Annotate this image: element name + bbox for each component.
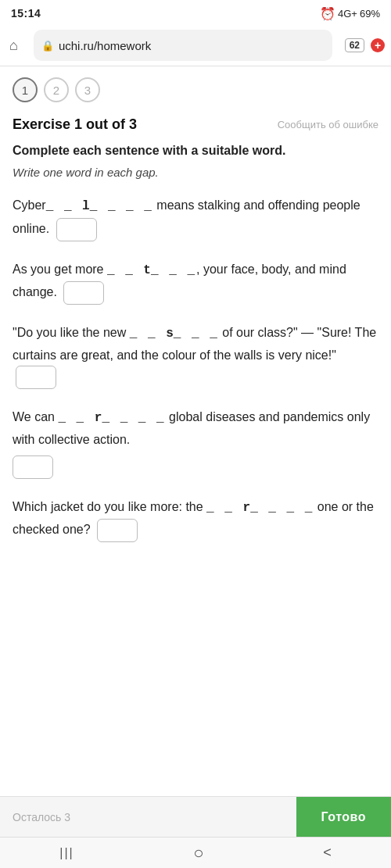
main-content: 1 2 3 Exercise 1 out of 3 Сообщить об ош…	[0, 66, 391, 653]
home-button[interactable]: ○	[178, 840, 219, 866]
exercise-header: Exercise 1 out of 3 Сообщить об ошибке	[13, 116, 378, 133]
sentence-1-blank2: _ _ _ _	[90, 199, 153, 213]
sentence-1-letter: l	[82, 199, 90, 213]
submit-button[interactable]: Готово	[296, 797, 391, 837]
instruction-bold: Complete each sentence with a suitable w…	[13, 142, 378, 159]
step-1[interactable]: 1	[13, 77, 38, 102]
home-icon[interactable]: ⌂	[6, 38, 21, 54]
answer-input-2[interactable]	[63, 281, 104, 305]
nav-bar: ||| ○ <	[0, 837, 391, 868]
back-button[interactable]: |||	[44, 843, 89, 863]
step-3[interactable]: 3	[75, 77, 100, 102]
answer-input-1[interactable]	[56, 218, 97, 241]
tab-count-badge[interactable]: 62	[345, 38, 364, 52]
instruction-italic: Write one word in each gap.	[13, 166, 378, 179]
battery-icon: 69%	[360, 8, 380, 20]
signal-strength: 4G+	[338, 8, 357, 20]
sentence-4: We can _ _ r_ _ _ _ global diseases and …	[13, 406, 378, 478]
status-icons: ⏰ 4G+ 69%	[320, 6, 380, 21]
step-indicators: 1 2 3	[13, 77, 378, 102]
address-bar[interactable]: 🔒 uchi.ru/homework	[34, 30, 332, 61]
status-bar: 15:14 ⏰ 4G+ 69%	[0, 0, 391, 25]
answer-input-4[interactable]	[13, 455, 53, 479]
bottom-bar: Осталось 3 Готово	[0, 796, 391, 837]
sentence-3: "Do you like the new _ _ s_ _ _ of our c…	[13, 322, 378, 389]
report-error-link[interactable]: Сообщить об ошибке	[278, 119, 378, 130]
forward-button[interactable]: <	[307, 841, 347, 864]
sentence-5: Which jacket do you like more: the _ _ r…	[13, 496, 378, 542]
answer-input-3[interactable]	[16, 366, 56, 389]
add-tab-button[interactable]	[371, 38, 385, 52]
lock-icon: 🔒	[41, 40, 54, 52]
sentence-1-before: Cyber	[13, 198, 46, 212]
browser-toolbar: ⌂ 🔒 uchi.ru/homework 62	[0, 25, 391, 66]
step-2[interactable]: 2	[44, 77, 69, 102]
sentence-1-blank: _ _	[46, 199, 82, 213]
remaining-label: Осталось 3	[0, 811, 296, 823]
url-display: uchi.ru/homework	[59, 39, 325, 52]
alarm-icon: ⏰	[320, 6, 335, 21]
sentence-1: Cyber_ _ l_ _ _ _ means stalking and off…	[13, 195, 378, 241]
answer-input-5[interactable]	[97, 519, 138, 542]
sentence-2-blank: _ _	[107, 263, 143, 277]
exercise-title: Exercise 1 out of 3	[13, 116, 137, 133]
status-time: 15:14	[11, 7, 41, 20]
sentence-2: As you get more _ _ t_ _ _, your face, b…	[13, 259, 378, 305]
